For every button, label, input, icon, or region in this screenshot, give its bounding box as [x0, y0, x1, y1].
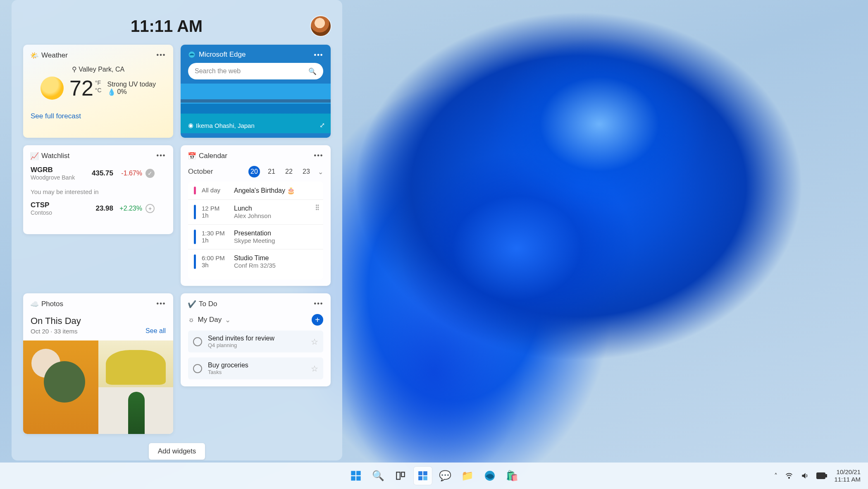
chevron-down-icon[interactable]: ⌄ — [225, 316, 231, 324]
photo-thumbnail[interactable] — [98, 387, 174, 434]
photos-widget[interactable]: ☁️ Photos ••• On This Day Oct 20 · 33 it… — [23, 293, 173, 434]
calendar-day[interactable]: 21 — [266, 168, 277, 175]
todo-task[interactable]: Send invites for reviewQ4 planning ☆ — [188, 331, 323, 352]
weather-temp: 72 — [69, 76, 93, 101]
calendar-month[interactable]: October — [188, 168, 243, 176]
event-title: Studio Time — [234, 254, 276, 262]
calendar-day[interactable]: 23 — [300, 168, 312, 175]
chevron-down-icon[interactable]: ⌄ — [318, 168, 323, 176]
event-time: 1:30 PM — [202, 230, 228, 237]
photos-title: Photos — [41, 300, 63, 308]
panel-clock: 11:11 AM — [131, 17, 203, 36]
store-button[interactable]: 🛍️ — [503, 467, 521, 485]
todo-task[interactable]: Buy groceriesTasks ☆ — [188, 357, 323, 379]
edge-button[interactable] — [481, 467, 499, 485]
watchlist-row[interactable]: WGRBWoodgrove Bank 435.75 -1.67% ✓ — [31, 166, 166, 181]
todo-title: To Do — [199, 300, 217, 308]
map-pin-icon: ◉ — [188, 122, 193, 129]
taskbar-date: 10/20/21 — [837, 468, 861, 476]
svg-rect-7 — [418, 471, 422, 475]
battery-icon[interactable] — [816, 472, 827, 479]
event-subtitle: Alex Johnson — [234, 212, 271, 219]
weather-unit-f[interactable]: °F — [95, 79, 102, 86]
calendar-more-button[interactable]: ••• — [312, 150, 325, 161]
calendar-day[interactable]: 20 — [248, 166, 260, 177]
calendar-widget[interactable]: 📅 Calendar ••• October 20212223 ⌄ All da… — [181, 145, 331, 286]
sun-outline-icon: ☼ — [188, 316, 195, 324]
wifi-icon[interactable] — [785, 472, 793, 480]
edge-title: Microsoft Edge — [199, 50, 246, 59]
drag-handle-icon[interactable]: •••••• — [316, 205, 319, 211]
chat-button[interactable]: 💬 — [436, 467, 454, 485]
weather-title: Weather — [41, 51, 68, 60]
calendar-day[interactable]: 22 — [283, 168, 295, 175]
todo-widget[interactable]: ✔️ To Do ••• ☼ My Day ⌄ + Send invites f… — [181, 293, 331, 386]
widgets-panel: 11:11 AM 🌤️ Weather ••• ⚲ Valley Park, C… — [12, 0, 342, 460]
tray-chevron-icon[interactable]: ˄ — [774, 472, 777, 480]
start-button[interactable] — [347, 467, 365, 485]
todo-add-button[interactable]: + — [312, 314, 323, 326]
calendar-icon: 📅 — [188, 152, 196, 160]
event-color-bar — [194, 187, 196, 194]
plus-icon[interactable]: + — [145, 204, 155, 213]
calendar-event[interactable]: 1:30 PM1h PresentationSkype Meeting — [188, 224, 323, 249]
task-checkbox[interactable] — [193, 364, 202, 373]
sun-icon — [41, 77, 64, 100]
calendar-event[interactable]: 6:00 PM3h Studio TimeConf Rm 32/35 — [188, 249, 323, 274]
watchlist-row[interactable]: CTSPContoso 23.98 +2.23% + — [31, 201, 166, 216]
event-time: 12 PM — [202, 205, 228, 212]
user-avatar[interactable] — [311, 16, 331, 36]
task-list-label: Q4 planning — [208, 342, 305, 348]
folder-icon: 📁 — [461, 470, 474, 482]
calendar-event[interactable]: 12 PM1h LunchAlex Johnson •••••• — [188, 199, 323, 224]
edge-more-button[interactable]: ••• — [312, 50, 325, 60]
calendar-event-list[interactable]: All day Angela's Birthday 🎂 12 PM1h Lunc… — [188, 182, 323, 279]
event-time: 6:00 PM — [202, 254, 228, 261]
event-subtitle: Skype Meeting — [234, 237, 275, 244]
photos-see-all-link[interactable]: See all — [145, 327, 166, 335]
todo-more-button[interactable]: ••• — [312, 298, 325, 309]
search-icon: 🔍 — [372, 470, 384, 482]
file-explorer-button[interactable]: 📁 — [458, 467, 477, 485]
ticker-symbol: WGRB — [31, 166, 80, 174]
task-title: Buy groceries — [208, 362, 305, 369]
task-checkbox[interactable] — [193, 337, 202, 346]
search-button[interactable]: 🔍 — [369, 467, 387, 485]
ticker-change: +2.23% — [113, 205, 142, 212]
svg-rect-6 — [401, 472, 405, 477]
widgets-button[interactable] — [414, 467, 432, 485]
event-subtitle: Conf Rm 32/35 — [234, 262, 276, 269]
todo-list-name[interactable]: My Day — [198, 316, 222, 324]
weather-forecast-link[interactable]: See full forecast — [31, 112, 81, 120]
calendar-event[interactable]: All day Angela's Birthday 🎂 — [188, 182, 323, 199]
star-icon[interactable]: ☆ — [311, 364, 318, 374]
add-widgets-button[interactable]: Add widgets — [149, 443, 205, 460]
event-duration: 1h — [202, 212, 228, 219]
check-icon[interactable]: ✓ — [145, 169, 155, 178]
photo-thumbnail[interactable] — [23, 340, 98, 434]
event-duration: 1h — [202, 237, 228, 244]
expand-icon[interactable]: ⤢ — [320, 121, 325, 129]
weather-note: Strong UV today — [107, 81, 156, 88]
weather-more-button[interactable]: ••• — [155, 50, 167, 60]
watchlist-widget[interactable]: 📈 Watchlist ••• WGRBWoodgrove Bank 435.7… — [23, 145, 173, 234]
weather-unit-c[interactable]: °C — [95, 86, 102, 94]
edge-scenic-image[interactable]: ◉Ikema Ohashi, Japan ⤢ — [181, 84, 331, 133]
taskbar-clock[interactable]: 10/20/21 11:11 AM — [835, 468, 861, 483]
svg-rect-8 — [423, 471, 427, 475]
event-color-bar — [194, 230, 196, 244]
svg-rect-9 — [418, 476, 422, 480]
taskbar-time: 11:11 AM — [835, 476, 861, 483]
task-view-button[interactable] — [391, 467, 410, 485]
volume-icon[interactable] — [801, 472, 809, 480]
photo-thumbnail[interactable] — [98, 340, 174, 387]
edge-search-input[interactable]: Search the web 🔍 — [188, 63, 323, 79]
weather-widget[interactable]: 🌤️ Weather ••• ⚲ Valley Park, CA 72 °F°C… — [23, 45, 173, 138]
edge-widget[interactable]: Microsoft Edge ••• Search the web 🔍 ◉Ike… — [181, 45, 331, 138]
droplet-icon: 💧 — [107, 88, 116, 96]
watchlist-more-button[interactable]: ••• — [155, 150, 167, 161]
chat-icon: 💬 — [439, 470, 451, 482]
star-icon[interactable]: ☆ — [311, 337, 318, 347]
watchlist-title: Watchlist — [41, 152, 69, 160]
photos-more-button[interactable]: ••• — [155, 298, 167, 309]
